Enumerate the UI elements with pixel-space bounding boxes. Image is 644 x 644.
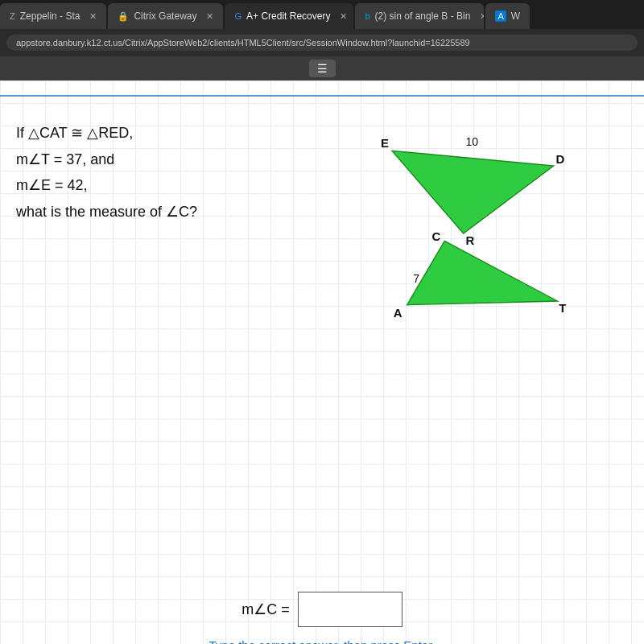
answer-row: m∠C =	[242, 592, 402, 627]
svg-marker-0	[392, 151, 554, 233]
answer-label: m∠C =	[242, 601, 290, 618]
inner-content: If △CAT ≅ △RED, m∠T = 37, and m∠E = 42, …	[0, 80, 644, 644]
content-area: If △CAT ≅ △RED, m∠T = 37, and m∠E = 42, …	[0, 80, 644, 644]
tab-credit-recovery[interactable]: G A+ Credit Recovery ✕	[225, 3, 353, 29]
tab-zeppelin[interactable]: Z Zeppelin - Sta ✕	[0, 3, 106, 29]
tab-bing-icon: b	[365, 11, 369, 21]
tab-citrix-close[interactable]: ✕	[201, 11, 213, 22]
question-line4: what is the measure of ∠C?	[16, 200, 291, 225]
tab-credit-recovery-label: A+ Credit Recovery	[246, 10, 330, 22]
label-C: C	[431, 229, 440, 243]
answer-area: m∠C = Type the correct answer, then pres…	[0, 576, 644, 644]
label-R: R	[465, 233, 474, 247]
tab-zeppelin-label: Zeppelin - Sta	[20, 10, 80, 22]
menu-button-row: ☰	[0, 56, 644, 80]
tab-bing[interactable]: b (2) sin of angle B - Bin ✕	[355, 3, 484, 29]
label-T: T	[559, 301, 566, 315]
page-content: If △CAT ≅ △RED, m∠T = 37, and m∠E = 42, …	[0, 80, 644, 644]
tab-zeppelin-close[interactable]: ✕	[85, 11, 97, 22]
tab-w-label: W	[511, 10, 520, 22]
tab-citrix-icon: 🔒	[118, 11, 129, 22]
tab-w[interactable]: A W	[485, 3, 530, 29]
label-A: A	[394, 306, 402, 320]
address-bar[interactable]: appstore.danbury.k12.ct.us/Citrix/AppSto…	[6, 35, 638, 51]
menu-button[interactable]: ☰	[309, 60, 336, 77]
tab-bar: Z Zeppelin - Sta ✕ 🔒 Citrix Gateway ✕ G …	[0, 0, 644, 29]
instruction-text: Type the correct answer, then press Ente…	[209, 638, 436, 644]
tab-bing-close[interactable]: ✕	[475, 11, 484, 22]
question-text: If △CAT ≅ △RED, m∠T = 37, and m∠E = 42, …	[16, 113, 291, 568]
tab-citrix-label: Citrix Gateway	[134, 10, 196, 22]
question-line2: m∠T = 37, and	[16, 147, 291, 172]
label-D: D	[555, 152, 564, 166]
tab-credit-recovery-close[interactable]: ✕	[335, 11, 347, 22]
tab-w-icon: A	[495, 10, 506, 22]
triangle-diagram: E D 10 R C A T 7	[347, 121, 572, 346]
diagram-area: E D 10 R C A T 7	[291, 113, 628, 568]
answer-input[interactable]	[298, 592, 402, 627]
question-line3: m∠E = 42,	[16, 173, 291, 198]
question-area: If △CAT ≅ △RED, m∠T = 37, and m∠E = 42, …	[0, 97, 644, 576]
label-E: E	[381, 136, 389, 150]
svg-marker-1	[407, 241, 558, 304]
tab-zeppelin-icon: Z	[10, 11, 15, 21]
label-7: 7	[413, 272, 419, 285]
tab-bing-label: (2) sin of angle B - Bin	[375, 10, 471, 22]
browser-chrome: Z Zeppelin - Sta ✕ 🔒 Citrix Gateway ✕ G …	[0, 0, 644, 56]
address-bar-row: appstore.danbury.k12.ct.us/Citrix/AppSto…	[0, 29, 644, 56]
question-line1: If △CAT ≅ △RED,	[16, 121, 291, 146]
label-10: 10	[465, 135, 478, 148]
tab-citrix[interactable]: 🔒 Citrix Gateway ✕	[108, 3, 223, 29]
tab-credit-recovery-icon: G	[234, 11, 242, 21]
